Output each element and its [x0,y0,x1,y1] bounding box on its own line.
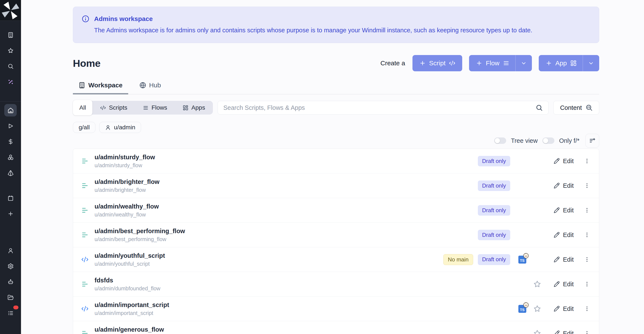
tab-hub[interactable]: Hub [134,82,166,94]
user-icon [8,247,14,254]
edit-button[interactable]: Edit [552,304,576,314]
sidebar-item-favorites[interactable] [4,44,17,57]
play-icon [8,123,14,129]
list-item[interactable]: u/admin/brighter_flow u/admin/brighter_f… [73,173,599,198]
create-button-group: Script Flow [412,55,599,71]
list-item[interactable]: fdsfds u/admin/dumbfounded_flow Edit [73,272,599,297]
flow-icon [81,182,88,189]
item-actions: Draft only Edit [478,156,591,166]
tree-view-toggle[interactable] [494,138,506,144]
sidebar-item-user[interactable] [4,244,17,257]
bars-icon [143,105,148,111]
tab-workspace[interactable]: Workspace [73,82,128,94]
item-path: u/admin/youthful_script [94,261,165,267]
wand-sparkles-icon [8,79,14,85]
sidebar-item-variables[interactable] [4,135,17,148]
only-f-toggle[interactable] [542,138,554,144]
sidebar-item-home[interactable] [4,104,17,117]
search-icon [536,104,543,111]
no-main-badge: No main [443,254,473,265]
edit-button[interactable]: Edit [552,279,576,290]
filter-list-button[interactable] [586,134,599,148]
edit-button[interactable]: Edit [552,254,576,265]
star-icon [533,280,541,288]
create-flow-button[interactable]: Flow [469,55,532,71]
gear-icon [8,263,14,269]
sidebar-item-triggers[interactable] [4,167,17,179]
user-icon [105,125,111,130]
boxes-icon [8,154,14,160]
kebab-menu-button[interactable] [583,280,591,288]
create-flow-dropdown[interactable] [516,55,532,71]
edit-button[interactable]: Edit [552,156,576,166]
sidebar-item-schedules[interactable] [4,192,17,204]
flow-icon [81,330,88,334]
pencil-icon [554,207,560,213]
star-button[interactable] [533,305,541,313]
sidebar-item-runs[interactable] [4,120,17,132]
sidebar-item-workspace[interactable] [4,29,17,41]
sidebar-item-ai[interactable] [4,76,17,88]
sidebar-item-resources[interactable] [4,151,17,163]
item-info: u/admin/best_performing_flow u/admin/bes… [81,228,478,242]
edit-button[interactable]: Edit [552,230,576,240]
kebab-menu-button[interactable] [583,181,591,190]
item-badges: Draft only [478,205,510,216]
kebab-menu-button[interactable] [583,255,591,264]
chip-g-all[interactable]: g/all [73,122,96,133]
kebab-menu-button[interactable] [583,231,591,239]
segment-scripts-label: Scripts [109,104,127,111]
plus-icon [8,211,14,217]
banner-description: The Admins workspace is for admins only … [94,26,590,34]
pencil-icon [554,232,560,238]
list-item[interactable]: u/admin/sturdy_flow u/admin/sturdy_flow … [73,149,599,173]
sidebar-item-logs[interactable] [4,307,17,319]
kebab-menu-button[interactable] [583,329,591,334]
segment-all-label: All [79,104,86,111]
kebab-menu-button[interactable] [583,305,591,313]
dollar-icon [8,139,14,145]
segment-flows[interactable]: Flows [135,101,175,115]
segment-all[interactable]: All [73,100,92,115]
sidebar-item-settings[interactable] [4,260,17,272]
item-info: u/admin/youthful_script u/admin/youthful… [81,252,443,267]
create-app-button[interactable]: App [539,55,599,71]
windmill-logo[interactable] [0,0,21,21]
list-item[interactable]: u/admin/best_performing_flow u/admin/bes… [73,223,599,247]
kebab-menu-button[interactable] [583,157,591,165]
star-slot [531,280,543,288]
create-prefix-label: Create a [380,59,405,67]
create-script-button[interactable]: Script [412,55,462,71]
item-actions: Draft only Edit [478,205,591,216]
edit-label: Edit [563,330,574,334]
chip-u-admin-label: u/admin [114,124,135,131]
edit-button[interactable]: Edit [552,328,576,334]
sidebar-item-folders[interactable] [4,291,17,304]
star-button[interactable] [533,329,541,334]
list-item[interactable]: u/admin/generous_flow u/admin/generous_f… [73,321,599,334]
create-app-dropdown[interactable] [583,55,599,71]
page-header: Home Create a Script Flow [73,55,599,71]
content-search-button[interactable]: Content [553,101,599,115]
sidebar-item-add[interactable] [4,207,17,220]
draft-only-badge: Draft only [478,254,510,265]
segment-apps[interactable]: Apps [175,101,213,115]
star-button[interactable] [533,280,541,288]
segment-scripts[interactable]: Scripts [92,101,135,115]
list-item[interactable]: u/admin/important_script u/admin/importa… [73,297,599,321]
sidebar-item-workers[interactable] [4,276,17,288]
draft-only-badge: Draft only [478,205,510,216]
sidebar-item-search[interactable] [4,60,17,72]
item-actions: No mainDraft only TS Edit [443,254,591,265]
chip-u-admin[interactable]: u/admin [99,122,141,133]
item-name: u/admin/important_script [94,302,169,309]
flow-icon [81,207,88,214]
item-path: u/admin/important_script [94,310,169,316]
kebab-menu-button[interactable] [583,206,591,214]
list-item[interactable]: u/admin/youthful_script u/admin/youthful… [73,247,599,272]
edit-button[interactable]: Edit [552,180,576,191]
edit-button[interactable]: Edit [552,205,576,216]
segment-apps-label: Apps [192,104,205,111]
search-input[interactable] [224,104,532,111]
list-item[interactable]: u/admin/wealthy_flow u/admin/wealthy_flo… [73,198,599,223]
